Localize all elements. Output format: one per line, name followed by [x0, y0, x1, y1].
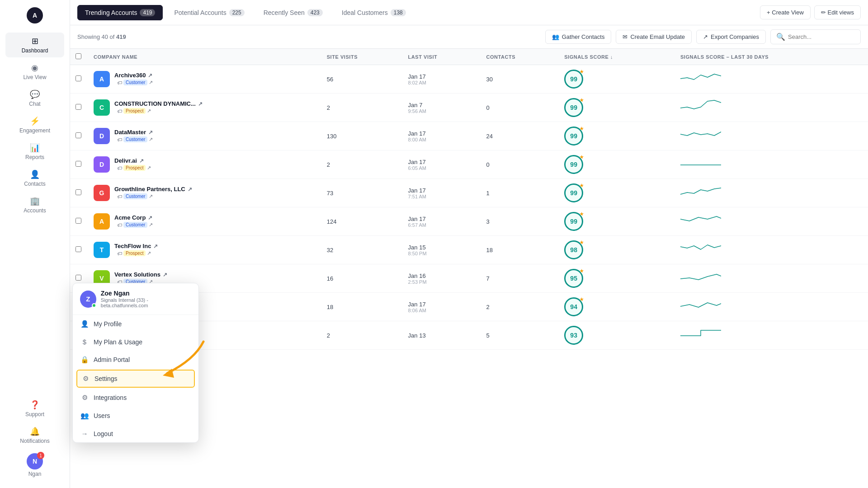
tab-trending-count: 419: [140, 9, 155, 16]
popup-integrations[interactable]: ⚙ Integrations: [73, 389, 198, 407]
row-checkbox[interactable]: [75, 104, 81, 110]
sidebar-item-accounts[interactable]: 🏢 Accounts: [5, 192, 64, 217]
sidebar-item-engagement[interactable]: ⚡ Engagement: [5, 113, 64, 137]
popup-admin-portal[interactable]: 🔒 Admin Portal: [73, 351, 198, 369]
row-checkbox-cell: [70, 94, 88, 122]
external-link-icon[interactable]: ↗: [148, 72, 152, 79]
tag-edit-icon[interactable]: ↗: [149, 193, 153, 199]
company-logo: D: [94, 156, 110, 173]
external-link-icon[interactable]: ↗: [148, 129, 153, 136]
visits-value: 2: [327, 104, 330, 111]
company-cell: D DataMaster ↗ 🏷 Customer ↗: [94, 128, 316, 144]
th-last-visit: LAST VISIT: [403, 49, 481, 65]
create-email-update-button[interactable]: ✉ Create Email Update: [616, 30, 692, 44]
live-view-icon: ◉: [31, 63, 38, 73]
toolbar: Showing 40 of 419 👥 Gather Contacts ✉ Cr…: [70, 25, 868, 49]
edit-views-button[interactable]: ✏ Edit views: [814, 5, 861, 19]
sidebar-item-live-view[interactable]: ◉ Live View: [5, 59, 64, 84]
last-visit-date: Jan 17: [408, 216, 476, 222]
score-circle: 99 ★: [564, 127, 583, 145]
score-cell: 98 ★: [559, 236, 675, 264]
last-visit-time: 6:57 AM: [408, 222, 476, 228]
company-info: DataMaster ↗ 🏷 Customer ↗: [114, 129, 156, 143]
sidebar-item-notifications[interactable]: 🔔 Notifications: [5, 423, 64, 448]
contacts-value: 0: [486, 104, 489, 111]
integrations-icon: ⚙: [80, 394, 89, 402]
external-link-icon[interactable]: ↗: [148, 215, 152, 221]
sidebar-item-support[interactable]: ❓ Support: [5, 396, 64, 421]
row-checkbox[interactable]: [75, 275, 81, 281]
tag-edit-icon[interactable]: ↗: [149, 136, 153, 142]
company-tag[interactable]: 🏷 Prospect ↗: [114, 249, 158, 257]
popup-users[interactable]: 👥 Users: [73, 407, 198, 425]
company-logo: A: [94, 71, 110, 87]
company-tag[interactable]: 🏷 Customer ↗: [114, 79, 156, 86]
company-tag[interactable]: 🏷 Customer ↗: [114, 136, 156, 143]
row-checkbox[interactable]: [75, 132, 81, 138]
popup-settings[interactable]: ⚙ Settings: [76, 370, 195, 388]
last-visit-time: 8:50 PM: [408, 251, 476, 256]
last-visit-date: Jan 17: [408, 301, 476, 308]
tab-actions: + Create View ✏ Edit views: [760, 5, 861, 19]
last-visit-time: 8:00 AM: [408, 137, 476, 142]
external-link-icon[interactable]: ↗: [188, 186, 192, 192]
company-logo: T: [94, 242, 110, 258]
external-link-icon[interactable]: ↗: [139, 158, 144, 164]
company-cell: D Delivr.ai ↗ 🏷 Prospect ↗: [94, 156, 316, 173]
popup-logout[interactable]: → Logout: [73, 425, 198, 442]
last-visit-time: 2:53 PM: [408, 279, 476, 285]
gather-contacts-button[interactable]: 👥 Gather Contacts: [545, 30, 612, 44]
select-all-checkbox[interactable]: [75, 53, 81, 59]
external-link-icon[interactable]: ↗: [153, 243, 158, 249]
sparkline-chart: [680, 241, 721, 258]
search-input[interactable]: [788, 33, 855, 40]
tab-recently[interactable]: Recently Seen 423: [256, 5, 330, 20]
company-tag[interactable]: 🏷 Customer ↗: [114, 192, 192, 200]
external-link-icon[interactable]: ↗: [163, 272, 167, 278]
tag-edit-icon[interactable]: ↗: [147, 108, 151, 114]
contacts-value: 24: [486, 133, 492, 140]
popup-my-profile[interactable]: 👤 My Profile: [73, 315, 198, 333]
last-visit-date: Jan 17: [408, 130, 476, 137]
sidebar-item-contacts[interactable]: 👤 Contacts: [5, 166, 64, 191]
popup-my-plan[interactable]: $ My Plan & Usage: [73, 333, 198, 351]
search-box[interactable]: 🔍: [770, 29, 861, 44]
company-tag[interactable]: 🏷 Prospect ↗: [114, 164, 154, 172]
company-tag[interactable]: 🏷 Prospect ↗: [114, 107, 203, 115]
contacts-cell: 30: [481, 65, 559, 94]
sparkline-chart: [680, 99, 721, 115]
tag-icon: 🏷: [117, 222, 122, 228]
score-circle: 99 ★: [564, 70, 583, 89]
th-checkbox: [70, 49, 88, 65]
row-checkbox[interactable]: [75, 218, 81, 224]
external-link-icon[interactable]: ↗: [198, 101, 203, 107]
admin-icon: 🔒: [80, 356, 89, 364]
row-checkbox[interactable]: [75, 161, 81, 167]
tag-edit-icon[interactable]: ↗: [147, 165, 151, 171]
last-visit-cell: Jan 13: [403, 321, 481, 350]
tag-edit-icon[interactable]: ↗: [149, 80, 153, 85]
company-logo: D: [94, 128, 110, 144]
tab-potential[interactable]: Potential Accounts 225: [166, 5, 252, 20]
tag-edit-icon[interactable]: ↗: [149, 222, 153, 228]
tab-trending[interactable]: Trending Accounts 419: [77, 5, 163, 20]
row-checkbox[interactable]: [75, 75, 81, 81]
company-cell: T TechFlow Inc ↗ 🏷 Prospect ↗: [94, 242, 316, 258]
company-tag[interactable]: 🏷 Customer ↗: [114, 221, 156, 229]
search-icon: 🔍: [776, 33, 785, 41]
table-row: D DataMaster ↗ 🏷 Customer ↗ 130 Jan 17 8…: [70, 122, 868, 150]
sidebar-item-chat[interactable]: 💬 Chat: [5, 86, 64, 111]
tab-ideal[interactable]: Ideal Customers 138: [334, 5, 414, 20]
score-value: 99: [570, 75, 577, 83]
sidebar-item-user[interactable]: N 1 Ngan: [5, 450, 64, 481]
create-view-button[interactable]: + Create View: [760, 5, 811, 19]
sidebar-item-reports[interactable]: 📊 Reports: [5, 139, 64, 164]
visits-cell: 124: [321, 207, 403, 236]
export-companies-button[interactable]: ↗ Export Companies: [696, 30, 766, 44]
contacts-value: 0: [486, 161, 489, 168]
row-checkbox[interactable]: [75, 246, 81, 252]
row-checkbox[interactable]: [75, 189, 81, 195]
score-value: 99: [570, 104, 577, 111]
tag-edit-icon[interactable]: ↗: [147, 250, 151, 256]
sidebar-item-dashboard[interactable]: ⊞ Dashboard: [5, 33, 64, 57]
